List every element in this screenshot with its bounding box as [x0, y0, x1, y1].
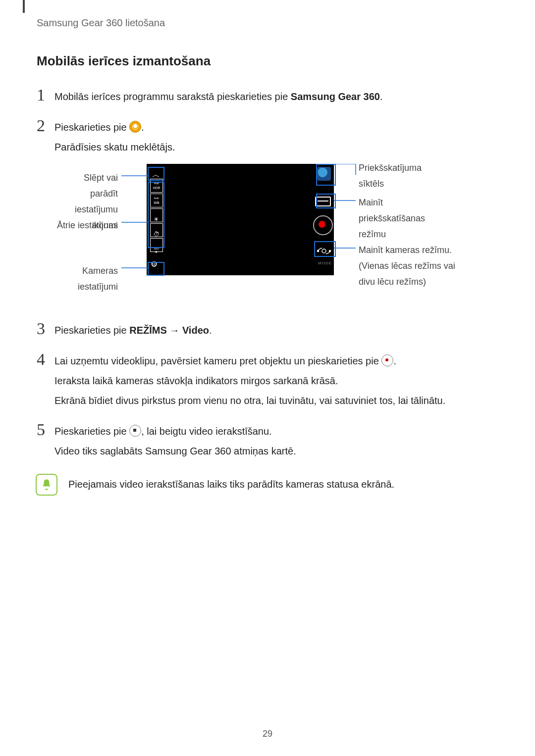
step-5-b: , lai beigtu video ierakstīšanu.: [141, 426, 272, 437]
record-icon: [381, 354, 393, 366]
page-number: 29: [0, 729, 535, 739]
callout-settings: Kameras iestatījumi: [54, 263, 118, 295]
step-5-a: Pieskarieties pie: [54, 426, 129, 437]
step-2: 2 Pieskarieties pie . Parādīsies skatu m…: [37, 117, 497, 306]
step-3-d: .: [209, 325, 212, 336]
step-5-p2: Video tiks saglabāts Samsung Gear 360 at…: [54, 443, 497, 459]
step-body: Mobilās ierīces programmu sarakstā piesk…: [54, 87, 497, 108]
step-3-arrow: →: [167, 325, 182, 336]
step-1-text-b: Samsung Gear 360: [291, 91, 380, 102]
step-body: Pieskarieties pie , lai beigtu video ier…: [54, 421, 497, 463]
step-2-text-b: .: [141, 122, 144, 133]
page-content: Mobilās ierīces izmantošana 1 Mobilās ie…: [37, 53, 497, 496]
step-1-text-c: .: [380, 91, 383, 102]
callout-quick: Ātrie iestatījumi: [54, 217, 118, 233]
step-number: 3: [37, 320, 54, 337]
step-1: 1 Mobilās ierīces programmu sarakstā pie…: [37, 87, 497, 108]
step-4-b: .: [393, 355, 396, 366]
step-body: Lai uzņemtu videoklipu, pavērsiet kameru…: [54, 351, 497, 412]
callout-thumb: Priekšskatījuma sīktēls: [359, 160, 448, 192]
bell-icon: [36, 474, 57, 496]
step-number: 2: [37, 117, 54, 134]
step-5: 5 Pieskarieties pie , lai beigtu video i…: [37, 421, 497, 463]
step-3: 3 Pieskarieties pie REŽĪMS → Video.: [37, 320, 497, 342]
step-4-p2: Ieraksta laikā kameras stāvokļa indikato…: [54, 373, 497, 389]
viewfinder-diagram: ︿ HDRAuto WBAuto ISO ⚙ MODE: [54, 164, 497, 302]
step-number: 1: [37, 87, 54, 103]
camera-icon: [129, 121, 141, 133]
callout-switch: Mainīt kameras režīmu. (Vienas lēcas rež…: [359, 242, 468, 290]
stop-icon: [129, 425, 141, 437]
step-3-b: REŽĪMS: [129, 325, 167, 336]
step-number: 4: [37, 351, 54, 368]
step-number: 5: [37, 421, 54, 438]
section-title: Mobilās ierīces izmantošana: [37, 53, 497, 69]
note-row: Pieejamais video ierakstīšanas laiks tik…: [36, 474, 497, 496]
step-body: Pieskarieties pie . Parādīsies skatu mek…: [54, 117, 497, 306]
note-text: Pieejamais video ierakstīšanas laiks tik…: [68, 474, 394, 492]
step-3-c: Video: [182, 325, 209, 336]
step-2-sub: Parādīsies skatu meklētājs.: [54, 139, 497, 155]
step-2-text-a: Pieskarieties pie: [54, 122, 129, 133]
page-top-marker: [23, 0, 25, 13]
step-4-a: Lai uzņemtu videoklipu, pavērsiet kameru…: [54, 355, 381, 366]
callout-view: Mainīt priekšskatīšanas režīmu: [359, 195, 448, 242]
step-4: 4 Lai uzņemtu videoklipu, pavērsiet kame…: [37, 351, 497, 412]
step-1-text-a: Mobilās ierīces programmu sarakstā piesk…: [54, 91, 291, 102]
running-head: Samsung Gear 360 lietošana: [37, 17, 165, 29]
step-4-p3: Ekrānā bīdiet divus pirkstus prom vienu …: [54, 393, 497, 408]
step-body: Pieskarieties pie REŽĪMS → Video.: [54, 320, 497, 342]
step-3-a: Pieskarieties pie: [54, 325, 129, 336]
